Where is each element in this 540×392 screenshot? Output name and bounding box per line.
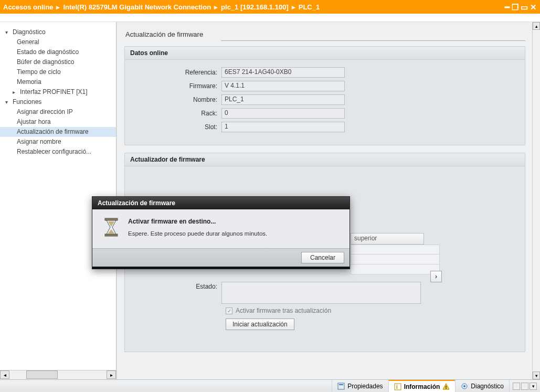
label-slot: Slot: (132, 123, 221, 131)
checkbox-activar-firmware[interactable]: ✓ Activar firmware tras actualización (226, 307, 517, 314)
tree-node-asignar-ip[interactable]: Asignar dirección IP (0, 107, 116, 117)
caret-right-icon: ▸ (13, 87, 18, 97)
close-icon[interactable]: ✕ (530, 3, 537, 11)
svg-text:!: ! (446, 385, 447, 390)
scroll-track[interactable] (9, 370, 107, 379)
label-nombre: Nombre: (132, 96, 221, 103)
sub-bar (0, 14, 540, 22)
svg-rect-1 (105, 234, 118, 236)
svg-rect-4 (395, 384, 401, 390)
tab-label: Información (404, 383, 440, 390)
dialog-bottom-edge (92, 267, 350, 269)
tree-node-profinet[interactable]: ▸Interfaz PROFINET [X1] (0, 87, 116, 97)
tree-node-restablecer[interactable]: Restablecer configuració... (0, 147, 116, 157)
tree-node-funciones[interactable]: ▾ Funciones (0, 97, 116, 107)
warning-icon: ! (442, 383, 450, 390)
table-row (351, 245, 440, 255)
table-row (351, 255, 440, 264)
tree-node-bufer[interactable]: Búfer de diagnóstico (0, 57, 116, 67)
svg-text:i: i (396, 384, 398, 390)
panel-header: Actualizador de firmware (125, 153, 525, 166)
bottom-right-controls: ▾ (509, 380, 540, 392)
tab-label: Diagnóstico (471, 383, 504, 390)
panel-collapse-icon[interactable] (513, 383, 520, 390)
title-bar: Accesos online ▸ Intel(R) 82579LM Gigabi… (0, 0, 540, 14)
scroll-up-icon[interactable]: ▴ (533, 22, 540, 30)
caret-down-icon: ▾ (5, 27, 10, 37)
field-firmware: V 4.1.1 (221, 81, 345, 91)
iniciar-actualizacion-button[interactable]: Iniciar actualización (226, 319, 294, 330)
svg-rect-3 (339, 384, 343, 385)
tree-node-estado[interactable]: Estado de diagnóstico (0, 47, 116, 57)
tree-node-diagnostico[interactable]: ▾ Diagnóstico (0, 27, 116, 37)
label-referencia: Referencia: (132, 69, 221, 76)
title-rule (221, 40, 525, 41)
minimize-icon[interactable]: ━ (505, 3, 510, 11)
svg-rect-2 (338, 383, 344, 389)
bottom-tab-bar: Propiedades i Información ! Diagnóstico … (0, 379, 540, 392)
label-rack: Rack: (132, 110, 221, 117)
scroll-down-icon[interactable]: ▾ (533, 372, 540, 379)
field-slot: 1 (221, 122, 345, 132)
breadcrumb-item[interactable]: PLC_1 (299, 3, 320, 11)
scroll-right-icon[interactable]: ▸ (107, 370, 116, 379)
tab-label: Propiedades (347, 383, 383, 390)
chevron-right-icon: ▸ (214, 3, 218, 11)
tree-label: Funciones (13, 97, 41, 107)
field-estado (221, 282, 421, 304)
dropdown-superior-partial[interactable]: superior (351, 233, 424, 245)
window-controls: ━ ❐ ▭ ✕ (505, 3, 537, 11)
dialog-title: Actualización de firmware (92, 197, 350, 209)
content-vertical-scrollbar[interactable]: ▴ ▾ (532, 22, 540, 379)
restore-icon[interactable]: ❐ (512, 3, 518, 11)
field-nombre: PLC_1 (221, 94, 345, 105)
tab-diagnostico[interactable]: Diagnóstico (455, 380, 509, 392)
cancel-button[interactable]: Cancelar (301, 252, 344, 263)
chevron-right-icon: › (435, 273, 437, 280)
arrow-right-button[interactable]: › (430, 271, 442, 282)
field-referencia: 6ES7 214-1AG40-0XB0 (221, 67, 345, 78)
tree-node-act-firmware[interactable]: Actualización de firmware (0, 127, 116, 137)
tree-node-memoria[interactable]: Memoria (0, 77, 116, 87)
breadcrumb: Accesos online ▸ Intel(R) 82579LM Gigabi… (3, 3, 320, 11)
tree-node-ajustar-hora[interactable]: Ajustar hora (0, 117, 116, 127)
hourglass-icon (102, 218, 121, 239)
dialog-heading: Activar firmware en destino... (128, 218, 267, 225)
scroll-thumb[interactable] (26, 370, 58, 379)
svg-rect-0 (105, 218, 118, 220)
caret-down-icon: ▾ (5, 97, 10, 107)
chevron-right-icon: ▸ (292, 3, 295, 11)
sidebar-horizontal-scrollbar[interactable]: ◂ ▸ (0, 370, 116, 379)
tree-node-general[interactable]: General (0, 37, 116, 47)
panel-datos-online: Datos online Referencia: 6ES7 214-1AG40-… (124, 46, 525, 145)
panel-layout-icon[interactable] (521, 383, 528, 390)
info-icon: i (394, 383, 401, 390)
breadcrumb-item[interactable]: Accesos online (3, 3, 53, 11)
label-firmware: Firmware: (132, 82, 221, 90)
main-area: ▾ Diagnóstico General Estado de diagnóst… (0, 22, 540, 379)
tab-informacion[interactable]: i Información ! (388, 380, 456, 392)
dialog-message: Espere. Este proceso puede durar algunos… (128, 230, 267, 237)
breadcrumb-item[interactable]: Intel(R) 82579LM Gigabit Network Connect… (63, 3, 211, 11)
svg-point-8 (463, 385, 465, 387)
maximize-icon[interactable]: ▭ (521, 3, 528, 11)
tree-node-tiempo[interactable]: Tiempo de ciclo (0, 67, 116, 77)
tree-label: Diagnóstico (13, 27, 46, 37)
tab-propiedades[interactable]: Propiedades (332, 380, 388, 392)
table-row (351, 264, 440, 274)
checkbox-label: Activar firmware tras actualización (236, 307, 331, 314)
table-rows-partial (351, 245, 440, 274)
breadcrumb-item[interactable]: plc_1 [192.168.1.100] (221, 3, 289, 11)
panel-header: Datos online (125, 47, 525, 60)
panel-dropdown-icon[interactable]: ▾ (530, 383, 537, 390)
scroll-track[interactable] (533, 30, 540, 372)
diagnostic-icon (461, 383, 468, 390)
page-title: Actualización de firmware (124, 28, 533, 41)
nav-tree: ▾ Diagnóstico General Estado de diagnóst… (0, 22, 116, 157)
scroll-left-icon[interactable]: ◂ (0, 370, 9, 379)
properties-icon (337, 383, 345, 390)
dialog-actualizacion-firmware: Actualización de firmware Activar firmwa… (92, 196, 350, 269)
label-estado: Estado: (132, 282, 221, 304)
tree-node-asignar-nombre[interactable]: Asignar nombre (0, 137, 116, 147)
chevron-right-icon: ▸ (56, 3, 60, 11)
